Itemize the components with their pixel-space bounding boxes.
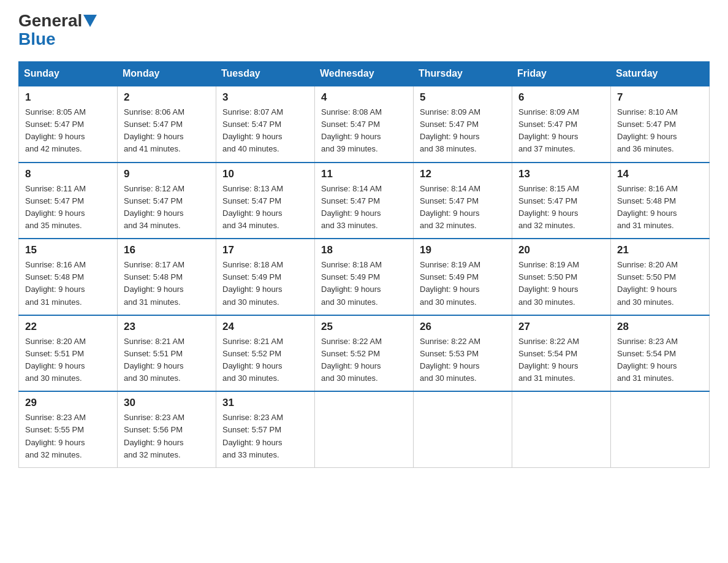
day-number: 9: [124, 168, 210, 180]
calendar-cell: 15 Sunrise: 8:16 AM Sunset: 5:48 PM Dayl…: [19, 239, 118, 315]
calendar-cell: 25 Sunrise: 8:22 AM Sunset: 5:52 PM Dayl…: [315, 315, 414, 392]
day-info: Sunrise: 8:15 AM Sunset: 5:47 PM Dayligh…: [518, 183, 604, 232]
day-info: Sunrise: 8:20 AM Sunset: 5:51 PM Dayligh…: [25, 335, 111, 385]
calendar-cell: [611, 391, 710, 467]
calendar-cell: 11 Sunrise: 8:14 AM Sunset: 5:47 PM Dayl…: [315, 163, 414, 239]
day-info: Sunrise: 8:09 AM Sunset: 5:47 PM Dayligh…: [420, 106, 506, 156]
day-number: 8: [25, 168, 111, 180]
calendar-week-row: 15 Sunrise: 8:16 AM Sunset: 5:48 PM Dayl…: [19, 239, 710, 315]
logo-general: General: [18, 12, 82, 29]
svg-marker-0: [83, 15, 97, 27]
day-number: 2: [124, 91, 210, 104]
day-number: 13: [518, 168, 604, 180]
day-number: 22: [25, 321, 111, 333]
day-info: Sunrise: 8:22 AM Sunset: 5:54 PM Dayligh…: [518, 335, 604, 385]
day-number: 24: [222, 321, 308, 333]
calendar-cell: 31 Sunrise: 8:23 AM Sunset: 5:57 PM Dayl…: [216, 391, 315, 467]
day-info: Sunrise: 8:23 AM Sunset: 5:54 PM Dayligh…: [617, 335, 703, 385]
day-info: Sunrise: 8:16 AM Sunset: 5:48 PM Dayligh…: [617, 183, 703, 232]
weekday-header-tuesday: Tuesday: [216, 62, 315, 86]
calendar-cell: [512, 391, 611, 467]
day-number: 26: [420, 321, 506, 333]
day-info: Sunrise: 8:19 AM Sunset: 5:49 PM Dayligh…: [420, 259, 506, 308]
calendar-week-row: 8 Sunrise: 8:11 AM Sunset: 5:47 PM Dayli…: [19, 163, 710, 239]
calendar-week-row: 29 Sunrise: 8:23 AM Sunset: 5:55 PM Dayl…: [19, 391, 710, 467]
day-info: Sunrise: 8:22 AM Sunset: 5:52 PM Dayligh…: [321, 335, 407, 385]
day-number: 6: [518, 91, 604, 104]
day-number: 10: [222, 168, 308, 180]
day-number: 7: [617, 91, 703, 104]
calendar-cell: 14 Sunrise: 8:16 AM Sunset: 5:48 PM Dayl…: [611, 163, 710, 239]
day-number: 30: [124, 397, 210, 409]
day-number: 20: [518, 244, 604, 256]
calendar-cell: 6 Sunrise: 8:09 AM Sunset: 5:47 PM Dayli…: [512, 86, 611, 163]
weekday-header-friday: Friday: [512, 62, 611, 86]
calendar-week-row: 1 Sunrise: 8:05 AM Sunset: 5:47 PM Dayli…: [19, 86, 710, 163]
day-number: 12: [420, 168, 506, 180]
calendar-cell: 27 Sunrise: 8:22 AM Sunset: 5:54 PM Dayl…: [512, 315, 611, 392]
day-info: Sunrise: 8:21 AM Sunset: 5:51 PM Dayligh…: [124, 335, 210, 385]
calendar-week-row: 22 Sunrise: 8:20 AM Sunset: 5:51 PM Dayl…: [19, 315, 710, 392]
day-number: 28: [617, 321, 703, 333]
weekday-header-monday: Monday: [118, 62, 216, 86]
day-info: Sunrise: 8:23 AM Sunset: 5:57 PM Dayligh…: [222, 412, 308, 461]
calendar-cell: 4 Sunrise: 8:08 AM Sunset: 5:47 PM Dayli…: [315, 86, 414, 163]
calendar-cell: 5 Sunrise: 8:09 AM Sunset: 5:47 PM Dayli…: [414, 86, 512, 163]
day-number: 16: [124, 244, 210, 256]
calendar-cell: 17 Sunrise: 8:18 AM Sunset: 5:49 PM Dayl…: [216, 239, 315, 315]
calendar-cell: [414, 391, 512, 467]
day-info: Sunrise: 8:23 AM Sunset: 5:56 PM Dayligh…: [124, 412, 210, 461]
calendar-cell: 2 Sunrise: 8:06 AM Sunset: 5:47 PM Dayli…: [118, 86, 216, 163]
calendar-cell: 9 Sunrise: 8:12 AM Sunset: 5:47 PM Dayli…: [118, 163, 216, 239]
weekday-header-wednesday: Wednesday: [315, 62, 414, 86]
calendar-header-row: SundayMondayTuesdayWednesdayThursdayFrid…: [19, 62, 710, 86]
weekday-header-saturday: Saturday: [611, 62, 710, 86]
calendar-table: SundayMondayTuesdayWednesdayThursdayFrid…: [18, 61, 710, 468]
day-number: 21: [617, 244, 703, 256]
day-info: Sunrise: 8:18 AM Sunset: 5:49 PM Dayligh…: [321, 259, 407, 308]
day-number: 25: [321, 321, 407, 333]
day-info: Sunrise: 8:14 AM Sunset: 5:47 PM Dayligh…: [321, 183, 407, 232]
day-number: 29: [25, 397, 111, 409]
day-number: 3: [222, 91, 308, 104]
calendar-cell: 20 Sunrise: 8:19 AM Sunset: 5:50 PM Dayl…: [512, 239, 611, 315]
day-info: Sunrise: 8:12 AM Sunset: 5:47 PM Dayligh…: [124, 183, 210, 232]
calendar-cell: 22 Sunrise: 8:20 AM Sunset: 5:51 PM Dayl…: [19, 315, 118, 392]
calendar-cell: 21 Sunrise: 8:20 AM Sunset: 5:50 PM Dayl…: [611, 239, 710, 315]
day-info: Sunrise: 8:16 AM Sunset: 5:48 PM Dayligh…: [25, 259, 111, 308]
day-number: 23: [124, 321, 210, 333]
day-info: Sunrise: 8:10 AM Sunset: 5:47 PM Dayligh…: [617, 106, 703, 156]
day-number: 27: [518, 321, 604, 333]
weekday-header-sunday: Sunday: [19, 62, 118, 86]
calendar-cell: 24 Sunrise: 8:21 AM Sunset: 5:52 PM Dayl…: [216, 315, 315, 392]
day-number: 31: [222, 397, 308, 409]
day-info: Sunrise: 8:19 AM Sunset: 5:50 PM Dayligh…: [518, 259, 604, 308]
day-info: Sunrise: 8:06 AM Sunset: 5:47 PM Dayligh…: [124, 106, 210, 156]
day-info: Sunrise: 8:18 AM Sunset: 5:49 PM Dayligh…: [222, 259, 308, 308]
calendar-cell: 12 Sunrise: 8:14 AM Sunset: 5:47 PM Dayl…: [414, 163, 512, 239]
calendar-cell: 7 Sunrise: 8:10 AM Sunset: 5:47 PM Dayli…: [611, 86, 710, 163]
day-number: 15: [25, 244, 111, 256]
day-number: 1: [25, 91, 111, 104]
day-number: 11: [321, 168, 407, 180]
day-number: 5: [420, 91, 506, 104]
day-info: Sunrise: 8:20 AM Sunset: 5:50 PM Dayligh…: [617, 259, 703, 308]
calendar-cell: 26 Sunrise: 8:22 AM Sunset: 5:53 PM Dayl…: [414, 315, 512, 392]
logo: General Blue: [18, 12, 97, 49]
day-info: Sunrise: 8:11 AM Sunset: 5:47 PM Dayligh…: [25, 183, 111, 232]
calendar-cell: [315, 391, 414, 467]
day-number: 4: [321, 91, 407, 104]
calendar-cell: 1 Sunrise: 8:05 AM Sunset: 5:47 PM Dayli…: [19, 86, 118, 163]
logo-blue: Blue: [18, 29, 56, 49]
day-info: Sunrise: 8:09 AM Sunset: 5:47 PM Dayligh…: [518, 106, 604, 156]
calendar-cell: 19 Sunrise: 8:19 AM Sunset: 5:49 PM Dayl…: [414, 239, 512, 315]
calendar-cell: 28 Sunrise: 8:23 AM Sunset: 5:54 PM Dayl…: [611, 315, 710, 392]
day-number: 19: [420, 244, 506, 256]
day-info: Sunrise: 8:07 AM Sunset: 5:47 PM Dayligh…: [222, 106, 308, 156]
day-info: Sunrise: 8:21 AM Sunset: 5:52 PM Dayligh…: [222, 335, 308, 385]
day-info: Sunrise: 8:13 AM Sunset: 5:47 PM Dayligh…: [222, 183, 308, 232]
day-number: 18: [321, 244, 407, 256]
calendar-cell: 18 Sunrise: 8:18 AM Sunset: 5:49 PM Dayl…: [315, 239, 414, 315]
calendar-cell: 3 Sunrise: 8:07 AM Sunset: 5:47 PM Dayli…: [216, 86, 315, 163]
page-header: General Blue: [18, 12, 710, 49]
